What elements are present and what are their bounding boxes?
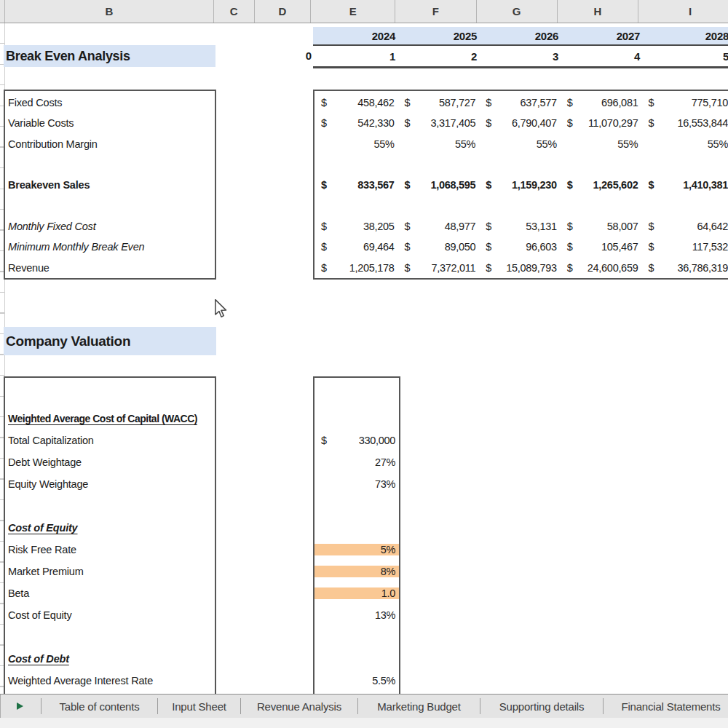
row-values: 5.5% (314, 670, 399, 692)
column-header-f[interactable]: F (395, 0, 476, 23)
value-cell[interactable]: $53,131 (479, 216, 561, 237)
period-label-1: 1 (313, 46, 398, 66)
value-cell[interactable]: 55% (561, 134, 642, 154)
row-label: Variable Costs (5, 113, 215, 133)
value-cell[interactable] (398, 195, 480, 215)
sheet-tab-financial-statements[interactable]: Financial Statements (604, 695, 728, 718)
value-cell[interactable] (314, 154, 398, 175)
column-header-e[interactable]: E (311, 0, 395, 23)
break-even-labels: Fixed CostsVariable CostsContribution Ma… (4, 90, 216, 280)
value-cell[interactable] (641, 195, 728, 215)
value-cell[interactable]: $1,068,595 (398, 175, 480, 195)
value-cell[interactable]: $3,317,405 (398, 113, 480, 133)
cell-value: 38,205 (363, 221, 395, 232)
column-header-g[interactable]: G (477, 0, 558, 23)
value-cell[interactable]: $1,265,602 (561, 175, 642, 195)
value-cell[interactable]: $587,727 (398, 92, 480, 113)
currency-symbol: $ (648, 221, 654, 232)
value-cell[interactable]: $58,007 (561, 216, 642, 237)
value-cell[interactable]: $117,532 (641, 237, 728, 257)
value-cell[interactable]: $38,205 (314, 216, 398, 237)
value-cell[interactable]: $105,467 (561, 237, 642, 257)
value-cell[interactable]: 55% (398, 134, 480, 154)
row-blank (5, 626, 215, 648)
row-label: Minimum Monthly Break Even (5, 237, 215, 257)
value-cell[interactable]: $89,050 (398, 237, 480, 257)
currency-symbol: $ (321, 117, 327, 129)
value-cell[interactable]: $542,330 (314, 113, 398, 133)
column-header-b[interactable]: B (5, 0, 214, 23)
value-cell[interactable] (398, 154, 480, 175)
value-cell[interactable]: $6,790,407 (479, 113, 561, 133)
value-cell[interactable]: 55% (641, 134, 728, 154)
value-cell[interactable]: $36,786,319 (641, 257, 728, 277)
value-cell[interactable]: $48,977 (398, 216, 480, 237)
sheet-tab-supporting-details[interactable]: Supporting details (480, 695, 603, 718)
currency-symbol: $ (321, 221, 327, 232)
value-cell[interactable]: $64,642 (641, 216, 728, 237)
column-header-a-sliver (0, 0, 5, 23)
value-cell[interactable]: $96,603 (479, 237, 561, 257)
period-label-5: 5 (643, 46, 728, 66)
cell-value: 13% (375, 609, 395, 621)
sheet-tab-marketing-budget[interactable]: Marketing Budget (358, 695, 480, 718)
value-cell[interactable] (641, 154, 728, 175)
periods-row: 12345 (313, 46, 728, 66)
value-cell[interactable]: $16,553,844 (641, 113, 728, 133)
row-label: Debt Weightage (5, 451, 215, 473)
value-cell[interactable]: $11,070,297 (561, 113, 642, 133)
sheet-tab-table-of-contents[interactable]: Table of contents (41, 695, 157, 718)
sheet-tab-bar: Table of contentsInput SheetRevenue Anal… (0, 694, 728, 718)
value-cell[interactable]: $775,710 (641, 92, 728, 113)
value-cell[interactable]: $15,089,793 (479, 257, 561, 277)
sheet-tab-revenue-analysis[interactable]: Revenue Analysis (241, 695, 357, 718)
row-values (314, 154, 728, 175)
sheet-nav-next-icon[interactable] (17, 703, 23, 710)
currency-symbol: $ (567, 262, 573, 274)
value-cell[interactable]: 73% (314, 478, 399, 490)
sheet-tab-input-sheet[interactable]: Input Sheet (158, 695, 240, 718)
value-cell[interactable]: 27% (314, 456, 399, 468)
sheet-tabs: Table of contentsInput SheetRevenue Anal… (41, 695, 728, 718)
value-cell[interactable] (479, 195, 561, 215)
years-row: 20242025202620272028 (313, 27, 728, 44)
column-header-d[interactable]: D (255, 0, 311, 23)
column-header-c[interactable]: C (214, 0, 255, 23)
value-cell[interactable]: $330,000 (314, 435, 399, 446)
currency-symbol: $ (405, 97, 411, 108)
row-values: $833,567$1,068,595$1,159,230$1,265,602$1… (314, 175, 728, 195)
value-cell[interactable]: $1,159,230 (479, 175, 561, 195)
value-cell[interactable]: 1.0 (314, 587, 399, 599)
value-cell[interactable]: $69,464 (314, 237, 398, 257)
row-label: Contribution Margin (5, 134, 215, 154)
currency-symbol: $ (648, 117, 654, 129)
value-cell[interactable]: $696,081 (561, 92, 642, 113)
value-cell[interactable]: $833,567 (314, 175, 398, 195)
value-cell[interactable]: $1,410,381 (641, 175, 728, 195)
value-cell[interactable]: $7,372,011 (398, 257, 480, 277)
value-cell[interactable]: 55% (314, 134, 398, 154)
value-cell[interactable]: 8% (314, 566, 399, 577)
value-cell[interactable] (561, 154, 642, 175)
cell-value: 105,467 (601, 241, 638, 253)
value-cell[interactable]: 13% (314, 609, 399, 621)
row-values (314, 195, 728, 215)
cell-value: 55% (617, 138, 638, 150)
value-cell[interactable]: $1,205,178 (314, 257, 398, 277)
period-label-4: 4 (561, 46, 643, 66)
value-cell[interactable] (561, 195, 642, 215)
value-cell[interactable]: $458,462 (314, 92, 398, 113)
value-cell[interactable]: 5% (314, 544, 399, 555)
value-cell[interactable]: 5.5% (314, 675, 399, 687)
currency-symbol: $ (648, 179, 654, 191)
column-header-i[interactable]: I (638, 0, 728, 23)
value-cell[interactable] (314, 195, 398, 215)
value-cell[interactable] (479, 154, 561, 175)
column-header-h[interactable]: H (558, 0, 638, 23)
period-zero-cell[interactable]: 0 (256, 45, 312, 67)
value-cell[interactable]: $24,600,659 (561, 257, 642, 277)
cell-value: 58,007 (607, 221, 638, 232)
year-label-2027: 2027 (561, 27, 643, 44)
value-cell[interactable]: $637,577 (479, 92, 561, 113)
value-cell[interactable]: 55% (479, 134, 561, 154)
